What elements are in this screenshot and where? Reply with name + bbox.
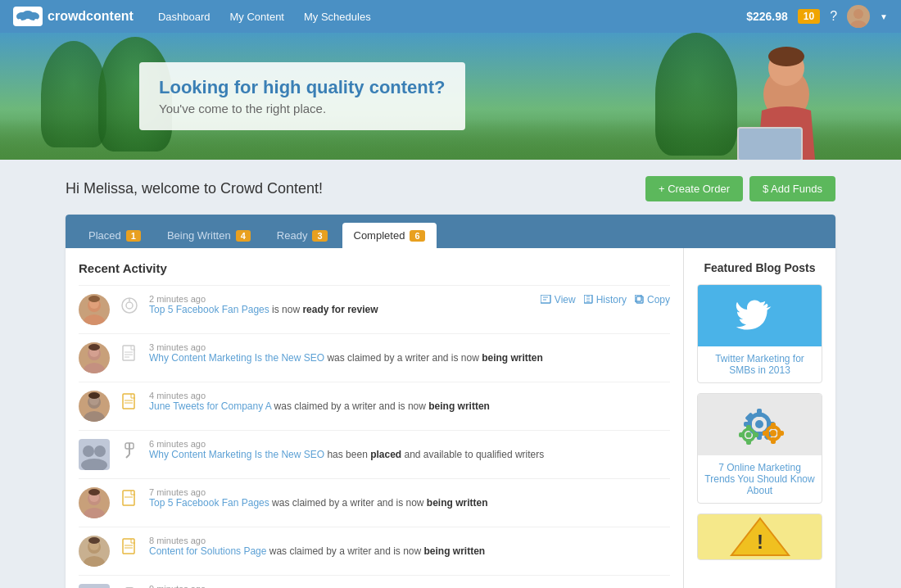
navigation: crowdcontent Dashboard My Content My Sch…: [0, 0, 901, 33]
add-funds-button[interactable]: $ Add Funds: [749, 176, 835, 201]
svg-point-75: [770, 430, 776, 436]
tab-completed-label: Completed: [354, 229, 405, 242]
hero-person: [721, 45, 852, 160]
activity-time: 6 minutes ago: [149, 439, 670, 449]
svg-point-19: [126, 302, 133, 309]
nav-my-content[interactable]: My Content: [230, 11, 284, 23]
activity-item: 4 minutes ago June Tweets for Company A …: [79, 382, 670, 431]
document-icon: [118, 536, 141, 559]
sidebar-title: Featured Blog Posts: [697, 261, 822, 274]
tab-ready-label: Ready: [277, 229, 308, 242]
svg-point-33: [88, 344, 100, 351]
activity-link[interactable]: Top 5 Facebook Fan Pages: [149, 304, 269, 315]
activity-time: 8 minutes ago: [149, 536, 670, 545]
hero-banner: Looking for high quality content? You've…: [0, 33, 901, 160]
history-action[interactable]: History: [584, 294, 627, 305]
svg-point-15: [84, 314, 105, 325]
tab-being-written-badge: 4: [236, 230, 251, 242]
svg-rect-72: [745, 412, 754, 421]
svg-rect-28: [636, 296, 643, 303]
hero-tree-left: [41, 41, 106, 147]
svg-point-4: [26, 20, 29, 24]
svg-rect-84: [739, 432, 745, 437]
svg-point-46: [94, 446, 106, 457]
activity-link[interactable]: Top 5 Facebook Fan Pages: [149, 497, 269, 509]
svg-rect-42: [123, 394, 134, 409]
svg-point-67: [755, 420, 763, 428]
activity-content: 2 minutes ago Top 5 Facebook Fan Pages i…: [149, 294, 532, 315]
activity-item: 6 minutes ago Why Content Marketing Is t…: [79, 431, 670, 479]
hero-subheading: You've come to the right place.: [159, 102, 446, 115]
svg-point-17: [88, 296, 100, 302]
notification-badge[interactable]: 10: [798, 9, 820, 24]
create-order-button[interactable]: + Create Order: [645, 176, 743, 201]
view-action[interactable]: View: [541, 294, 576, 305]
avatar: [79, 342, 110, 373]
svg-point-7: [850, 20, 867, 28]
svg-rect-34: [123, 346, 134, 360]
nav-my-schedules[interactable]: My Schedules: [304, 11, 371, 23]
welcome-row: Hi Melissa, welcome to Crowd Content! + …: [66, 176, 835, 201]
svg-point-41: [88, 392, 100, 399]
blog-card-warning: !: [697, 513, 822, 560]
activity-content: 6 minutes ago Why Content Marketing Is t…: [149, 439, 670, 460]
svg-point-5: [34, 19, 38, 22]
svg-rect-83: [746, 439, 751, 445]
avatar: [79, 391, 110, 422]
svg-point-6: [853, 9, 863, 19]
tab-being-written[interactable]: Being Written 4: [156, 223, 262, 248]
svg-rect-76: [771, 423, 776, 429]
main-content: Hi Melissa, welcome to Crowd Content! + …: [0, 160, 901, 588]
activity-description: June Tweets for Company A was claimed by…: [149, 400, 670, 412]
activity-link[interactable]: June Tweets for Company A: [149, 400, 271, 412]
tab-ready[interactable]: Ready 3: [265, 223, 339, 248]
svg-point-39: [84, 411, 105, 422]
activity-link[interactable]: Why Content Marketing Is the New SEO: [149, 352, 324, 364]
blog-card-twitter: Twitter Marketing for SMBs in 2013: [697, 284, 822, 383]
logo[interactable]: crowdcontent: [13, 7, 134, 26]
svg-rect-79: [777, 431, 784, 436]
action-buttons: + Create Order $ Add Funds: [645, 176, 835, 201]
help-button[interactable]: ?: [830, 9, 837, 24]
activity-content: 3 minutes ago Why Content Marketing Is t…: [149, 342, 670, 364]
activity-content: 9 minutes ago June Tweets for Company A …: [149, 584, 670, 588]
avatar: [79, 439, 110, 470]
svg-point-2: [28, 12, 39, 20]
blog-link-twitter[interactable]: Twitter Marketing for SMBs in 2013: [698, 346, 822, 382]
svg-point-50: [84, 508, 105, 518]
blog-link-gears[interactable]: 7 Online Marketing Trends You Should Kno…: [698, 455, 822, 503]
nav-dashboard[interactable]: Dashboard: [158, 11, 211, 23]
svg-rect-77: [771, 437, 776, 444]
activity-actions: View History Copy: [541, 294, 670, 305]
content-area: Recent Activity 2 minutes ago Top 5 Face…: [66, 248, 835, 588]
tab-placed-label: Placed: [88, 229, 121, 242]
activity-description: Why Content Marketing Is the New SEO has…: [149, 449, 670, 460]
tab-being-written-label: Being Written: [167, 229, 231, 242]
orders-panel: Placed 1 Being Written 4 Ready 3 Complet…: [66, 215, 835, 588]
tab-placed-badge: 1: [126, 230, 141, 242]
svg-rect-59: [123, 539, 134, 554]
activity-link[interactable]: Content for Solutions Page: [149, 545, 266, 557]
activity-link[interactable]: Why Content Marketing Is the New SEO: [149, 449, 324, 460]
tab-completed[interactable]: Completed 6: [342, 223, 437, 248]
nav-links: Dashboard My Content My Schedules: [158, 11, 746, 23]
blog-image-gears: [698, 394, 822, 455]
user-dropdown-arrow[interactable]: ▼: [880, 12, 888, 21]
activity-content: 7 minutes ago Top 5 Facebook Fan Pages w…: [149, 487, 670, 509]
svg-rect-68: [757, 409, 762, 417]
svg-point-58: [88, 537, 100, 544]
svg-rect-12: [739, 129, 801, 160]
document-icon: [118, 391, 141, 414]
copy-action[interactable]: Copy: [635, 294, 670, 305]
svg-point-10: [768, 47, 804, 66]
activity-description: Top 5 Facebook Fan Pages was claimed by …: [149, 497, 670, 509]
tab-completed-badge: 6: [410, 230, 424, 242]
activity-item: 8 minutes ago Content for Solutions Page…: [79, 527, 670, 576]
user-avatar[interactable]: [847, 5, 870, 28]
tab-placed[interactable]: Placed 1: [77, 223, 152, 248]
svg-point-45: [83, 446, 94, 457]
svg-rect-29: [635, 295, 641, 301]
svg-rect-53: [123, 491, 134, 505]
activity-time: 7 minutes ago: [149, 487, 670, 497]
activity-item: 3 minutes ago Why Content Marketing Is t…: [79, 334, 670, 382]
